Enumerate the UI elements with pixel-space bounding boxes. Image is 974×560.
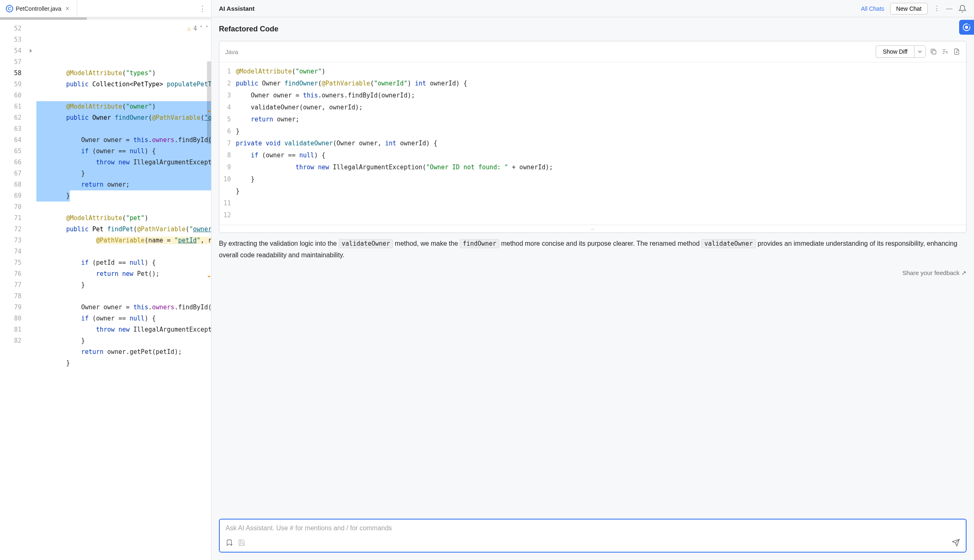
create-file-icon[interactable] bbox=[953, 48, 960, 55]
tab-filename: PetController.java bbox=[16, 5, 62, 12]
send-icon[interactable] bbox=[952, 539, 960, 547]
line-gutter: 5253545758596061626364656667686970717273… bbox=[0, 20, 36, 560]
bookmark-icon[interactable] bbox=[226, 539, 233, 546]
more-icon[interactable]: ⋮ bbox=[934, 5, 940, 12]
code-block-content[interactable]: @ModelAttribute("owner")public Owner fin… bbox=[234, 62, 966, 225]
explanation-text: By extracting the validation logic into … bbox=[219, 238, 967, 261]
scrollbar-marker bbox=[208, 276, 210, 277]
ai-prompt-input[interactable] bbox=[226, 524, 960, 532]
ai-header: AI Assistant All Chats New Chat ⋮ — bbox=[211, 0, 974, 17]
copy-icon[interactable] bbox=[930, 48, 937, 55]
all-chats-link[interactable]: All Chats bbox=[861, 5, 884, 12]
insert-snippet-icon[interactable] bbox=[941, 48, 949, 55]
show-diff-dropdown[interactable] bbox=[914, 45, 926, 58]
warning-count: 4 bbox=[193, 23, 197, 34]
ai-floating-button[interactable] bbox=[959, 20, 974, 35]
file-tab[interactable]: C PetController.java × bbox=[0, 0, 77, 17]
editor-body: 5253545758596061626364656667686970717273… bbox=[0, 20, 211, 560]
show-diff-button[interactable]: Show Diff bbox=[876, 45, 914, 58]
editor-panel: C PetController.java × ⋮ 525354575859606… bbox=[0, 0, 211, 560]
response-heading: Refactored Code bbox=[219, 25, 967, 33]
minimize-icon[interactable]: — bbox=[946, 5, 953, 12]
vertical-scrollbar[interactable] bbox=[207, 20, 211, 560]
ai-panel-title: AI Assistant bbox=[219, 5, 254, 12]
code-block: Java Show Diff bbox=[219, 41, 967, 233]
code-block-gutter: 123456789101112 bbox=[219, 62, 234, 225]
ai-assistant-panel: AI Assistant All Chats New Chat ⋮ — Refa… bbox=[211, 0, 974, 560]
close-icon[interactable]: × bbox=[64, 5, 71, 12]
prev-highlight-icon[interactable]: ˄ bbox=[200, 23, 203, 34]
ai-input-area bbox=[219, 519, 967, 553]
bell-icon[interactable] bbox=[958, 5, 967, 13]
feedback-link[interactable]: Share your feedback ↗ bbox=[219, 269, 967, 277]
save-icon[interactable] bbox=[238, 539, 245, 546]
inline-code: validateOwner bbox=[701, 239, 755, 248]
scrollbar-thumb[interactable] bbox=[207, 61, 211, 144]
tab-bar: C PetController.java × ⋮ bbox=[0, 0, 211, 17]
more-icon[interactable]: ⋮ bbox=[194, 4, 211, 13]
code-editor[interactable]: ⚠ 4 ˄ ˅ @ModelAttribute("types") public … bbox=[36, 20, 211, 560]
svg-point-8 bbox=[965, 26, 968, 28]
new-chat-button[interactable]: New Chat bbox=[890, 3, 928, 14]
expand-code-icon[interactable]: ︿ bbox=[219, 225, 966, 233]
language-label: Java bbox=[225, 48, 238, 55]
inspection-summary[interactable]: ⚠ 4 ˄ ˅ bbox=[187, 23, 209, 34]
java-class-icon: C bbox=[6, 5, 13, 12]
inline-code: findOwner bbox=[460, 239, 499, 248]
code-block-header: Java Show Diff bbox=[219, 41, 966, 62]
ai-content: Refactored Code Java Show Diff bbox=[211, 17, 974, 519]
svg-rect-0 bbox=[932, 50, 936, 54]
warning-icon: ⚠ bbox=[187, 23, 191, 34]
inline-code: validateOwner bbox=[339, 239, 393, 248]
